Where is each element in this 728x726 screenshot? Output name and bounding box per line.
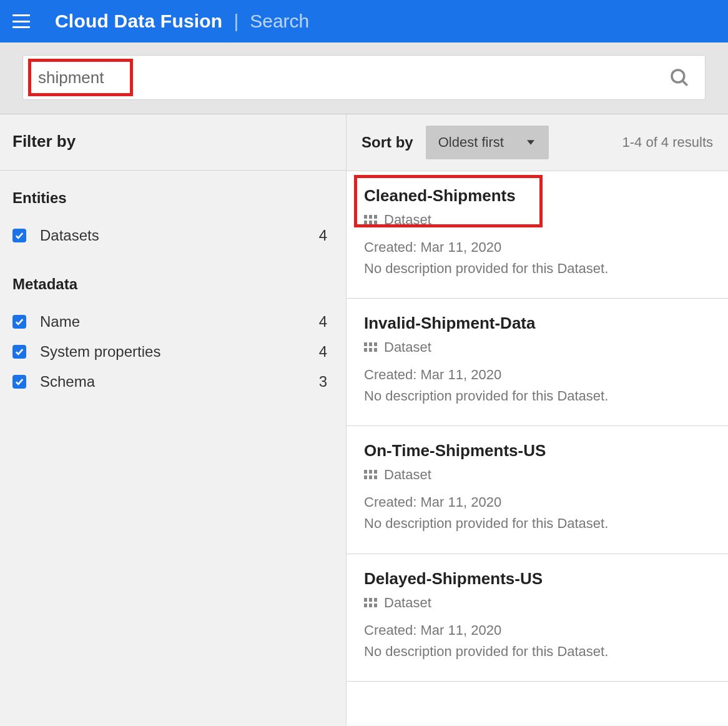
filter-sidebar: Filter by Entities Datasets 4 Metadata N… xyxy=(0,114,347,725)
filter-label: System properties xyxy=(40,343,319,361)
search-icon[interactable] xyxy=(669,67,690,88)
filter-row-system-properties[interactable]: System properties 4 xyxy=(12,337,327,367)
filter-count: 3 xyxy=(319,373,327,390)
svg-point-0 xyxy=(672,70,684,82)
svg-rect-24 xyxy=(364,604,367,607)
svg-rect-11 xyxy=(374,342,377,346)
filter-header: Filter by xyxy=(0,114,346,171)
svg-rect-18 xyxy=(364,475,367,479)
svg-marker-2 xyxy=(527,140,534,145)
svg-rect-5 xyxy=(374,215,377,219)
search-bar-area xyxy=(0,42,728,114)
filter-section-title: Metadata xyxy=(12,276,327,293)
result-type: Dataset xyxy=(364,212,713,228)
svg-rect-26 xyxy=(374,604,377,607)
svg-rect-6 xyxy=(364,221,367,224)
result-title: Invalid-Shipment-Data xyxy=(364,314,713,333)
result-type-label: Dataset xyxy=(384,339,431,356)
svg-rect-25 xyxy=(369,604,372,607)
results-count: 1-4 of 4 results xyxy=(622,134,713,151)
search-box xyxy=(22,55,706,100)
filter-label: Datasets xyxy=(40,227,319,244)
result-description: No description provided for this Dataset… xyxy=(364,641,713,662)
result-description: No description provided for this Dataset… xyxy=(364,385,713,407)
svg-rect-21 xyxy=(364,598,367,602)
svg-rect-3 xyxy=(364,215,367,219)
result-type-label: Dataset xyxy=(384,595,431,611)
filter-section-metadata: Metadata Name 4 System properties 4 Sche… xyxy=(0,263,346,409)
svg-rect-19 xyxy=(369,475,372,479)
dataset-icon xyxy=(364,342,378,352)
result-created: Created: Mar 11, 2020 xyxy=(364,492,713,513)
result-description: No description provided for this Dataset… xyxy=(364,258,713,279)
result-description: No description provided for this Dataset… xyxy=(364,513,713,534)
svg-rect-16 xyxy=(369,470,372,474)
filter-label: Schema xyxy=(40,373,319,390)
result-type: Dataset xyxy=(364,595,713,611)
filter-count: 4 xyxy=(319,343,327,361)
app-header: Cloud Data Fusion | Search xyxy=(0,0,728,42)
svg-rect-20 xyxy=(374,475,377,479)
sort-select[interactable]: Oldest first xyxy=(426,126,549,159)
filter-section-title: Entities xyxy=(12,189,327,207)
dataset-icon xyxy=(364,215,378,225)
checkbox-icon[interactable] xyxy=(12,229,26,242)
svg-rect-23 xyxy=(374,598,377,602)
checkbox-icon[interactable] xyxy=(12,315,26,329)
result-type-label: Dataset xyxy=(384,212,431,228)
result-title: Cleaned-Shipments xyxy=(364,186,713,206)
chevron-down-icon xyxy=(525,137,536,148)
dataset-icon xyxy=(364,598,378,608)
result-item[interactable]: Cleaned-Shipments Dataset Created: Mar 1… xyxy=(347,171,728,299)
result-title: On-Time-Shipments-US xyxy=(364,441,713,460)
dataset-icon xyxy=(364,470,378,480)
svg-rect-9 xyxy=(364,342,367,346)
svg-rect-7 xyxy=(369,221,372,224)
filter-count: 4 xyxy=(319,313,327,331)
result-created: Created: Mar 11, 2020 xyxy=(364,237,713,258)
svg-rect-15 xyxy=(364,470,367,474)
filter-row-name[interactable]: Name 4 xyxy=(12,307,327,337)
filter-row-schema[interactable]: Schema 3 xyxy=(12,367,327,397)
svg-rect-10 xyxy=(369,342,372,346)
result-item[interactable]: Invalid-Shipment-Data Dataset Created: M… xyxy=(347,299,728,426)
hamburger-menu-icon[interactable] xyxy=(12,14,30,28)
page-title: Search xyxy=(250,11,309,32)
filter-label: Name xyxy=(40,313,319,331)
app-title: Cloud Data Fusion xyxy=(55,11,222,32)
search-input[interactable] xyxy=(38,68,669,87)
result-type: Dataset xyxy=(364,467,713,483)
svg-line-1 xyxy=(682,81,687,85)
svg-rect-4 xyxy=(369,215,372,219)
svg-rect-13 xyxy=(369,348,372,352)
main-content: Filter by Entities Datasets 4 Metadata N… xyxy=(0,114,728,725)
title-divider: | xyxy=(234,11,239,32)
filter-section-entities: Entities Datasets 4 xyxy=(0,171,346,263)
svg-rect-12 xyxy=(364,348,367,352)
sort-bar: Sort by Oldest first 1-4 of 4 results xyxy=(347,114,728,171)
sort-selected-value: Oldest first xyxy=(438,134,504,151)
results-panel: Sort by Oldest first 1-4 of 4 results Cl… xyxy=(347,114,728,725)
result-type: Dataset xyxy=(364,339,713,356)
svg-rect-17 xyxy=(374,470,377,474)
filter-row-datasets[interactable]: Datasets 4 xyxy=(12,221,327,251)
svg-rect-8 xyxy=(374,221,377,224)
checkbox-icon[interactable] xyxy=(12,345,26,359)
result-item[interactable]: Delayed-Shipments-US Dataset Created: Ma… xyxy=(347,554,728,682)
result-title: Delayed-Shipments-US xyxy=(364,569,713,589)
svg-rect-14 xyxy=(374,348,377,352)
result-item[interactable]: On-Time-Shipments-US Dataset Created: Ma… xyxy=(347,426,728,554)
result-created: Created: Mar 11, 2020 xyxy=(364,620,713,641)
result-type-label: Dataset xyxy=(384,467,431,483)
result-created: Created: Mar 11, 2020 xyxy=(364,364,713,385)
sort-label: Sort by xyxy=(362,134,413,151)
checkbox-icon[interactable] xyxy=(12,375,26,389)
filter-count: 4 xyxy=(319,227,327,244)
svg-rect-22 xyxy=(369,598,372,602)
